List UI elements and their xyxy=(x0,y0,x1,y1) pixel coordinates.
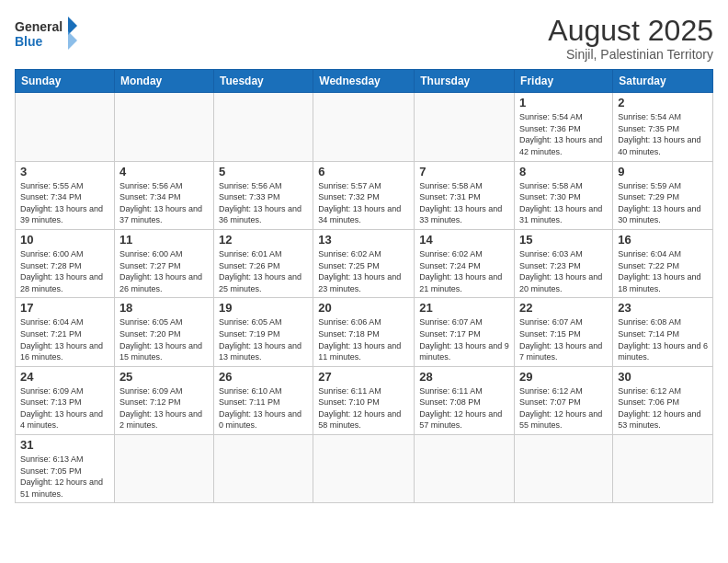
empty-cell xyxy=(613,435,713,503)
empty-cell xyxy=(114,93,213,161)
weekday-header-row: Sunday Monday Tuesday Wednesday Thursday… xyxy=(16,70,713,93)
day-12: 12 Sunrise: 6:01 AMSunset: 7:26 PMDaylig… xyxy=(213,229,313,297)
day-30: 30 Sunrise: 6:12 AMSunset: 7:06 PMDaylig… xyxy=(613,366,713,434)
day-23: 23 Sunrise: 6:08 AMSunset: 7:14 PMDaylig… xyxy=(613,298,713,366)
svg-text:Blue: Blue xyxy=(15,34,43,49)
day-7: 7 Sunrise: 5:58 AMSunset: 7:31 PMDayligh… xyxy=(415,161,515,229)
day-26: 26 Sunrise: 6:10 AMSunset: 7:11 PMDaylig… xyxy=(213,366,313,434)
header-sunday: Sunday xyxy=(16,70,115,93)
day-24: 24 Sunrise: 6:09 AMSunset: 7:13 PMDaylig… xyxy=(16,366,115,434)
day-9: 9 Sunrise: 5:59 AMSunset: 7:29 PMDayligh… xyxy=(613,161,713,229)
header-thursday: Thursday xyxy=(415,70,515,93)
day-5: 5 Sunrise: 5:56 AMSunset: 7:33 PMDayligh… xyxy=(213,161,313,229)
day-27: 27 Sunrise: 6:11 AMSunset: 7:10 PMDaylig… xyxy=(313,366,415,434)
empty-cell xyxy=(213,93,313,161)
day-31: 31 Sunrise: 6:13 AMSunset: 7:05 PMDaylig… xyxy=(16,435,115,503)
day-16: 16 Sunrise: 6:04 AMSunset: 7:22 PMDaylig… xyxy=(613,229,713,297)
day-10: 10 Sunrise: 6:00 AMSunset: 7:28 PMDaylig… xyxy=(16,229,115,297)
day-19: 19 Sunrise: 6:05 AMSunset: 7:19 PMDaylig… xyxy=(213,298,313,366)
day-22: 22 Sunrise: 6:07 AMSunset: 7:15 PMDaylig… xyxy=(515,298,613,366)
calendar-table: Sunday Monday Tuesday Wednesday Thursday… xyxy=(15,69,713,503)
day-14: 14 Sunrise: 6:02 AMSunset: 7:24 PMDaylig… xyxy=(415,229,515,297)
main-title: August 2025 xyxy=(548,15,713,47)
svg-marker-2 xyxy=(68,17,77,35)
day-13: 13 Sunrise: 6:02 AMSunset: 7:25 PMDaylig… xyxy=(313,229,415,297)
day-20: 20 Sunrise: 6:06 AMSunset: 7:18 PMDaylig… xyxy=(313,298,415,366)
day-1: 1 Sunrise: 5:54 AM Sunset: 7:36 PM Dayli… xyxy=(515,93,613,161)
header-monday: Monday xyxy=(114,70,213,93)
day-11: 11 Sunrise: 6:00 AMSunset: 7:27 PMDaylig… xyxy=(114,229,213,297)
day-2: 2 Sunrise: 5:54 AM Sunset: 7:35 PM Dayli… xyxy=(613,93,713,161)
week-row-3: 10 Sunrise: 6:00 AMSunset: 7:28 PMDaylig… xyxy=(16,229,713,297)
empty-cell xyxy=(313,93,415,161)
svg-text:General: General xyxy=(15,19,63,34)
header-wednesday: Wednesday xyxy=(313,70,415,93)
page: General Blue August 2025 Sinjil, Palesti… xyxy=(0,0,728,563)
day-3: 3 Sunrise: 5:55 AMSunset: 7:34 PMDayligh… xyxy=(16,161,115,229)
title-block: August 2025 Sinjil, Palestinian Territor… xyxy=(548,15,713,62)
logo: General Blue xyxy=(15,15,79,53)
day-21: 21 Sunrise: 6:07 AMSunset: 7:17 PMDaylig… xyxy=(415,298,515,366)
subtitle: Sinjil, Palestinian Territory xyxy=(548,47,713,62)
empty-cell xyxy=(415,93,515,161)
svg-marker-3 xyxy=(68,31,77,50)
day-25: 25 Sunrise: 6:09 AMSunset: 7:12 PMDaylig… xyxy=(114,366,213,434)
header-saturday: Saturday xyxy=(613,70,713,93)
day-15: 15 Sunrise: 6:03 AMSunset: 7:23 PMDaylig… xyxy=(515,229,613,297)
empty-cell xyxy=(515,435,613,503)
day-28: 28 Sunrise: 6:11 AMSunset: 7:08 PMDaylig… xyxy=(415,366,515,434)
empty-cell xyxy=(213,435,313,503)
week-row-2: 3 Sunrise: 5:55 AMSunset: 7:34 PMDayligh… xyxy=(16,161,713,229)
header: General Blue August 2025 Sinjil, Palesti… xyxy=(15,15,713,62)
empty-cell xyxy=(114,435,213,503)
sunset-label: Sunset: xyxy=(519,124,550,133)
day-17: 17 Sunrise: 6:04 AMSunset: 7:21 PMDaylig… xyxy=(16,298,115,366)
week-row-6: 31 Sunrise: 6:13 AMSunset: 7:05 PMDaylig… xyxy=(16,435,713,503)
day-4: 4 Sunrise: 5:56 AMSunset: 7:34 PMDayligh… xyxy=(114,161,213,229)
day-18: 18 Sunrise: 6:05 AMSunset: 7:20 PMDaylig… xyxy=(114,298,213,366)
empty-cell xyxy=(16,93,115,161)
week-row-5: 24 Sunrise: 6:09 AMSunset: 7:13 PMDaylig… xyxy=(16,366,713,434)
sunrise-label: Sunrise: xyxy=(519,112,552,121)
daylight-label: Daylight: xyxy=(519,135,554,144)
week-row-4: 17 Sunrise: 6:04 AMSunset: 7:21 PMDaylig… xyxy=(16,298,713,366)
day-6: 6 Sunrise: 5:57 AMSunset: 7:32 PMDayligh… xyxy=(313,161,415,229)
day-8: 8 Sunrise: 5:58 AMSunset: 7:30 PMDayligh… xyxy=(515,161,613,229)
week-row-1: 1 Sunrise: 5:54 AM Sunset: 7:36 PM Dayli… xyxy=(16,93,713,161)
header-friday: Friday xyxy=(515,70,613,93)
day-29: 29 Sunrise: 6:12 AMSunset: 7:07 PMDaylig… xyxy=(515,366,613,434)
header-tuesday: Tuesday xyxy=(213,70,313,93)
generalblue-logo-svg: General Blue xyxy=(15,15,79,53)
empty-cell xyxy=(313,435,415,503)
empty-cell xyxy=(415,435,515,503)
